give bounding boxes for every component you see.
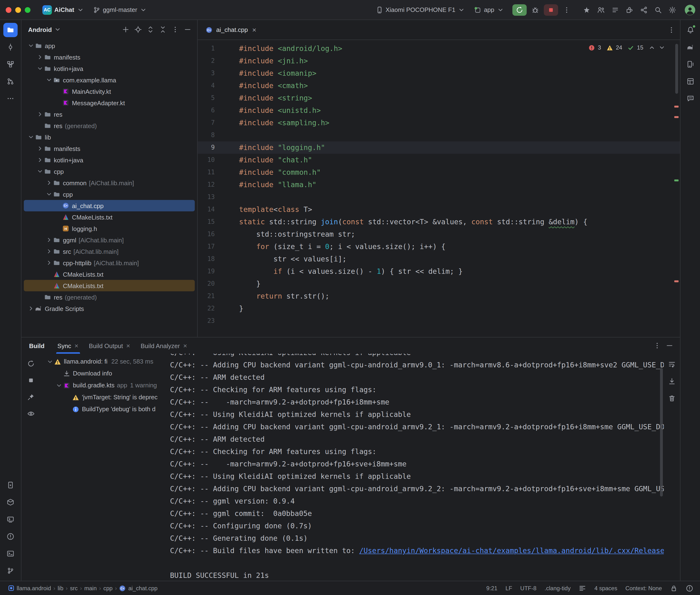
notifications-icon[interactable] [683,23,697,37]
error-stripe[interactable] [673,40,680,337]
build-tree-item-buildtype-debug-is-both-d[interactable]: BuildType 'debug' is both d [43,403,168,415]
breadcrumb-cpp[interactable]: cpp [103,585,114,591]
build-tab-build-output[interactable]: Build Output× [84,338,135,354]
chevron-down-icon[interactable] [45,76,53,84]
chevron-right-icon[interactable] [36,53,44,61]
event-log-icon[interactable] [609,4,622,16]
tree-item-logging-h[interactable]: Hlogging.h [24,223,195,234]
problems-icon[interactable] [3,529,18,544]
more-tools-icon[interactable] [3,91,18,106]
chevron-right-icon[interactable] [36,111,44,118]
structure-icon[interactable] [3,57,18,72]
terminal-icon[interactable] [3,546,18,561]
minimize-window-button[interactable] [15,7,21,12]
close-tab-icon[interactable]: × [252,26,256,34]
build-tree-item-download-info[interactable]: Download info [43,367,168,379]
soft-wrap-icon[interactable] [666,358,678,370]
ai-assistant-icon[interactable] [580,4,593,16]
stripe-mark-error[interactable] [674,281,678,282]
build-panel-title[interactable]: Build [29,342,45,349]
breadcrumb-ai-chat-cpp[interactable]: C+ai_chat.cpp [118,585,159,591]
chevron-right-icon[interactable] [45,248,53,255]
chevron-down-icon[interactable] [45,191,53,198]
stop-icon[interactable] [25,374,37,387]
inspections-widget[interactable]: 3 24 15 [588,44,666,51]
project-view-selector[interactable]: Android [28,26,61,33]
chevron-right-icon[interactable] [45,259,53,267]
tree-item-ggml[interactable]: ggml[AiChat.lib.main] [24,234,195,246]
clear-console-icon[interactable] [666,393,678,404]
layout-inspector-icon[interactable] [683,74,697,89]
tree-item-cmakelists-txt[interactable]: CMakeLists.txt [24,268,195,280]
breadcrumb-llama-android[interactable]: llama.android [7,585,52,591]
stop-button[interactable] [544,4,558,16]
chevron-right-icon[interactable] [36,156,44,164]
pull-requests-icon[interactable] [3,74,18,89]
chevron-right-icon[interactable] [27,305,35,312]
minimize-panel-icon[interactable] [664,340,675,351]
device-selector[interactable]: Xiaomi POCOPHONE F1 [372,4,469,15]
tree-item-mainactivity-kt[interactable]: MainActivity.kt [24,86,195,97]
tree-item-ai-chat-cpp[interactable]: C+ai_chat.cpp [24,200,195,211]
chevron-right-icon[interactable] [36,145,44,152]
pin-icon[interactable] [25,391,37,403]
vcs-branch-selector[interactable]: ggml-master [89,4,150,15]
gradle-icon[interactable] [683,40,697,54]
editor-options-icon[interactable] [668,26,675,34]
tree-item-messageadapter-kt[interactable]: MessageAdapter.kt [24,97,195,109]
more-run-actions-button[interactable] [560,4,573,16]
tree-item-src[interactable]: src[AiChat.lib.main] [24,246,195,257]
next-problem-icon[interactable] [658,44,666,51]
chevron-right-icon[interactable] [45,179,53,187]
prev-problem-icon[interactable] [648,44,656,51]
highlighting-level-icon[interactable] [686,584,693,592]
project-selector[interactable]: AC AiChat [39,4,88,16]
chevron-down-icon[interactable] [36,168,44,175]
context-widget[interactable]: Context: None [625,585,662,591]
encoding-widget[interactable]: UTF-8 [520,585,536,591]
close-tab-icon[interactable]: × [183,342,187,349]
stripe-mark-error[interactable] [674,116,678,118]
write-access-lock-icon[interactable] [670,584,678,592]
tree-item-cpp[interactable]: cpp [24,166,195,177]
search-everywhere-icon[interactable] [651,4,665,16]
debug-button[interactable] [529,4,542,16]
breadcrumb-main[interactable]: main [83,585,97,591]
build-path-link[interactable]: /Users/hanyin/Workspace/ai-chat/examples… [359,546,664,555]
version-control-icon[interactable] [3,564,18,578]
close-window-button[interactable] [6,7,11,12]
scroll-to-end-icon[interactable] [666,375,678,387]
tree-item-common[interactable]: common[AiChat.lib.main] [24,177,195,189]
ai-chat-icon[interactable] [683,91,697,106]
tree-item-manifests[interactable]: manifests [24,143,195,154]
panel-options-icon[interactable] [170,24,181,35]
profile-avatar[interactable] [685,4,695,15]
build-tab-sync[interactable]: Sync× [52,338,84,354]
share-icon[interactable] [637,4,650,16]
clang-tidy-widget[interactable]: .clang-tidy [544,585,570,591]
tree-item-res[interactable]: res(generated) [24,291,195,303]
tree-item-lib[interactable]: lib [24,132,195,143]
editor-tab-ai-chat-cpp[interactable]: C+ ai_chat.cpp × [198,20,262,39]
zoom-window-button[interactable] [25,7,30,12]
breadcrumb-lib[interactable]: lib [57,585,64,591]
panel-options-icon[interactable] [651,340,663,351]
stripe-mark-error[interactable] [674,106,678,108]
inspections-icon[interactable] [25,407,37,420]
expand-all-icon[interactable] [145,24,156,35]
build-console[interactable]: C/C++: -- Using KleidiAI optimized kerne… [170,353,664,581]
tree-item-cmakelists-txt[interactable]: CMakeLists.txt [24,211,195,223]
plugins-icon[interactable] [623,4,636,16]
tree-item-kotlin-java[interactable]: kotlin+java [24,63,195,74]
settings-icon[interactable] [666,4,679,16]
stripe-mark-ok[interactable] [674,179,678,181]
sync-icon[interactable] [25,358,37,370]
logcat-icon[interactable] [3,512,18,527]
formatter-icon[interactable] [579,584,586,592]
hide-panel-icon[interactable] [182,24,193,35]
chevron-down-icon[interactable] [27,133,35,141]
tree-item-kotlin-java[interactable]: kotlin+java [24,154,195,166]
tree-item-gradle-scripts[interactable]: Gradle Scripts [24,303,195,314]
build-tree-item-build-gradle-kts[interactable]: build.gradle.ktsapp1 warning [43,379,168,391]
locate-file-icon[interactable] [133,24,144,35]
